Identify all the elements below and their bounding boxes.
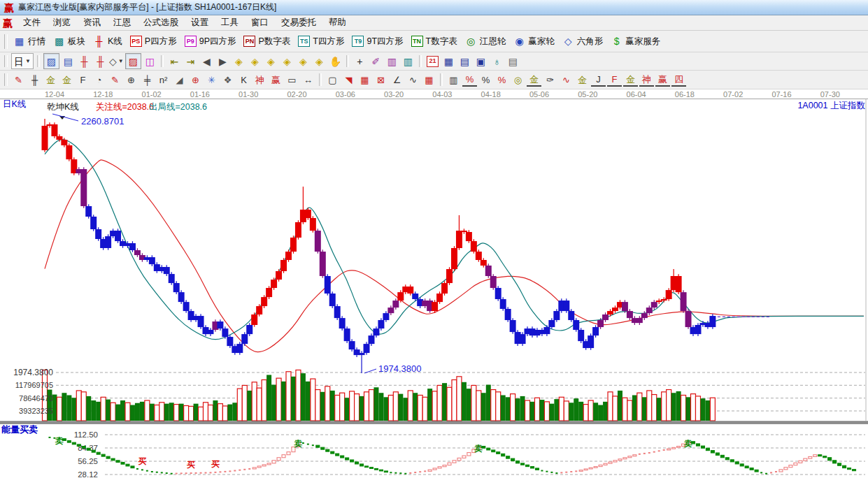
save-button[interactable]: ▣ [474, 54, 488, 68]
panel-divider[interactable] [0, 421, 868, 424]
gold-ratio-1-button[interactable]: 金 [43, 73, 58, 87]
price-grid-button[interactable]: ╪ [140, 73, 155, 87]
red-grid-button[interactable]: ▦ [422, 73, 436, 87]
shen-tool-button[interactable]: 神 [252, 73, 267, 87]
menu-item-3[interactable]: 江恩 [107, 15, 137, 30]
percent-line-button[interactable]: % [495, 73, 509, 87]
first-bar-button[interactable]: ⇤ [167, 54, 182, 68]
pen-note-button[interactable]: ✑ [543, 73, 557, 87]
time-percent-button[interactable]: % [462, 73, 477, 87]
ying-angle-button[interactable]: 赢 [655, 73, 670, 87]
fan-lines-button[interactable]: ◥ [341, 73, 356, 87]
period-day-selector-button[interactable]: 日▼ [11, 53, 34, 69]
crosshair-button[interactable]: + [353, 54, 367, 68]
compress-vertical-button[interactable]: ◈ [312, 54, 327, 68]
9t-square-button[interactable]: T99T四方形 [349, 34, 408, 49]
n-square-button[interactable]: n² [156, 73, 171, 87]
box-select-button[interactable]: ▢ [325, 73, 340, 87]
trade-notes-button[interactable]: ▤ [457, 54, 472, 68]
grid-lines-button[interactable]: ╫ [27, 73, 42, 87]
p-number-table-button[interactable]: PNP数字表 [241, 34, 295, 49]
winner-wheel-button[interactable]: ◉赢家轮 [511, 34, 560, 49]
spider-web-button[interactable]: ❖ [220, 73, 235, 87]
last-bar-button[interactable]: ⇥ [183, 54, 198, 68]
ying-tool-button[interactable]: 赢 [269, 73, 283, 87]
pan-hand-button[interactable]: ✋ [328, 54, 343, 68]
scale-meter-button[interactable]: ▥ [446, 73, 461, 87]
menu-item-1[interactable]: 浏览 [47, 15, 77, 30]
next-bar-button[interactable]: ▶ [215, 54, 230, 68]
winner-service-button[interactable]: $赢家服务 [608, 34, 665, 49]
sectors-button[interactable]: ▩板块 [50, 34, 90, 49]
info-panel-button[interactable]: ▤ [61, 54, 76, 68]
compress-horizontal-button[interactable]: ◈ [280, 54, 294, 68]
gann-circle-button[interactable]: ⊕ [124, 73, 138, 87]
angle-ruler-button[interactable]: ◢ [172, 73, 187, 87]
menu-item-7[interactable]: 窗口 [245, 15, 275, 30]
network-button[interactable]: ♁ [490, 54, 504, 68]
target-red-button[interactable]: ⊕ [188, 73, 203, 87]
kline-chart[interactable]: 日K线乾坤K线关注线=2038.6出局线=2038.61A0001 上证指数22… [0, 99, 868, 478]
gold-ratio-2-button[interactable]: 金 [59, 73, 74, 87]
draw-brush-button[interactable]: ✎ [11, 73, 26, 87]
stats-purple-button[interactable]: ▥ [385, 54, 399, 68]
expand-horizontal-button[interactable]: ◈ [264, 54, 278, 68]
menu-item-8[interactable]: 交易委托 [275, 15, 322, 30]
ruler-123-button[interactable]: ▭ [285, 73, 299, 87]
angle-fan-button[interactable]: ∠ [390, 73, 404, 87]
menu-item-4[interactable]: 公式选股 [137, 15, 185, 30]
wave-tool-button[interactable]: ∿ [406, 73, 420, 87]
marker-drop-button[interactable]: ◇▼ [109, 54, 124, 68]
gold-circle-button[interactable]: ◎ [511, 73, 525, 87]
oscillator-bars[interactable] [48, 437, 855, 475]
chart-region[interactable]: 12-0412-1801-0201-1601-3002-2003-0603-20… [0, 89, 868, 478]
menu-item-2[interactable]: 资讯 [77, 15, 107, 30]
kline-mini-3-button[interactable]: ╫ [77, 54, 92, 68]
kline-button[interactable]: ╫K线 [90, 34, 127, 49]
f-angle-button[interactable]: F [607, 73, 622, 87]
candles[interactable] [42, 119, 716, 373]
gold-line-button[interactable]: 金 [527, 73, 541, 87]
menu-item-6[interactable]: 工具 [215, 15, 245, 30]
oscillator-bar [779, 470, 783, 472]
expand-vertical-button[interactable]: ◈ [296, 54, 311, 68]
p-square-button[interactable]: PSP四方形 [127, 34, 182, 49]
calendar-button[interactable]: 21 [425, 54, 440, 68]
menu-item-5[interactable]: 设置 [185, 15, 215, 30]
percent-button[interactable]: % [478, 73, 493, 87]
k-quote-button[interactable]: K [236, 73, 251, 87]
printer-button[interactable]: ▤ [506, 54, 520, 68]
t-square-button[interactable]: TST四方形 [295, 34, 349, 49]
calculator-button[interactable]: ▦ [441, 54, 456, 68]
si-angle-button[interactable]: 四 [671, 73, 686, 87]
menu-item-0[interactable]: 文件 [17, 15, 47, 30]
gann-wheel-button[interactable]: ◎江恩轮 [462, 34, 511, 49]
prev-bar-button[interactable]: ◀ [199, 54, 214, 68]
shift-left-button[interactable]: ◈ [232, 54, 246, 68]
gann-grid-button[interactable]: ▦ [357, 73, 372, 87]
gann-box-button[interactable]: ⊠ [373, 73, 388, 87]
gold-angle-button[interactable]: 金 [623, 73, 638, 87]
j-angle-button[interactable]: J [591, 73, 606, 87]
gold-red-button[interactable]: 金 [575, 73, 590, 87]
stats-teal-button[interactable]: ▥ [401, 54, 415, 68]
spiral-button[interactable]: ◔ [92, 73, 106, 87]
erase-tool-button[interactable]: ✐ [369, 54, 383, 68]
wave-a-button[interactable]: ∿ [559, 73, 574, 87]
indicator-grid-button[interactable]: ▨ [125, 53, 141, 69]
menu-item-9[interactable]: 帮助 [322, 15, 353, 30]
fibonacci-button[interactable]: F [76, 73, 90, 87]
pattern-window-button[interactable]: ▨ [43, 53, 59, 69]
volume-bars[interactable] [43, 370, 716, 421]
color-histogram-button[interactable]: ◫ [143, 54, 157, 68]
shift-right-button[interactable]: ◈ [248, 54, 262, 68]
target-blue-button[interactable]: ✳ [204, 73, 219, 87]
kline-mini-9-button[interactable]: ╫ [93, 54, 108, 68]
t-number-table-button[interactable]: TNT数字表 [408, 34, 462, 49]
draw-brush-2-button[interactable]: ✎ [108, 73, 122, 87]
shen-angle-button[interactable]: 神 [639, 73, 654, 87]
9p-square-button[interactable]: P99P四方形 [182, 34, 241, 49]
span-arrows-button[interactable]: ↔ [301, 73, 315, 87]
hexagon-button[interactable]: ◇六角形 [560, 34, 609, 49]
quotes-button[interactable]: ▦行情 [10, 34, 50, 49]
